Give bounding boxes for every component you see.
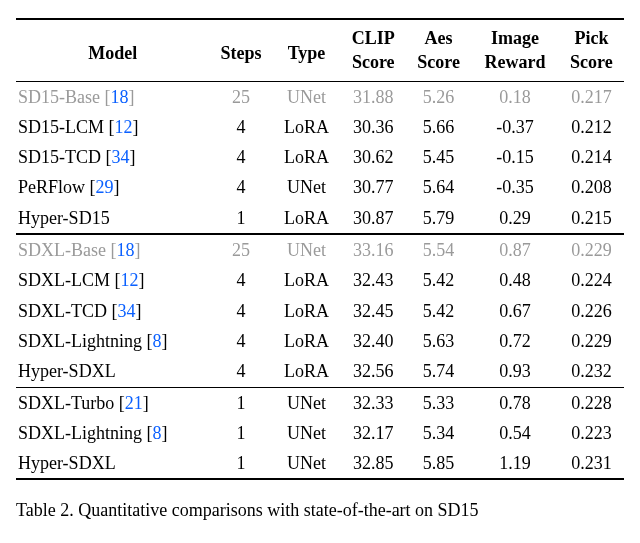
cell-aes: 5.45 [406, 142, 471, 172]
cell-ir: 0.18 [471, 81, 559, 112]
cell-type: LoRA [273, 142, 341, 172]
model-name: SD15-LCM [18, 117, 104, 137]
cell-clip: 30.36 [341, 112, 407, 142]
cell-ir: -0.35 [471, 172, 559, 202]
cell-type: LoRA [273, 203, 341, 234]
table-row: SDXL-Lightning [8] 4 LoRA 32.40 5.63 0.7… [16, 326, 624, 356]
cell-type: LoRA [273, 296, 341, 326]
col-aes-bot: Score [406, 50, 471, 81]
cell-type: UNet [273, 234, 341, 265]
table-row: SDXL-Turbo [21] 1 UNet 32.33 5.33 0.78 0… [16, 387, 624, 418]
cell-steps: 4 [209, 142, 272, 172]
col-model: Model [16, 19, 209, 81]
caption-text: Quantitative comparisons with state-of-t… [78, 500, 478, 520]
cell-clip: 33.16 [341, 234, 407, 265]
cell-steps: 4 [209, 326, 272, 356]
model-name: Hyper-SD15 [16, 203, 209, 234]
cell-pick: 0.212 [559, 112, 624, 142]
cell-aes: 5.42 [406, 265, 471, 295]
cell-clip: 30.77 [341, 172, 407, 202]
col-steps: Steps [209, 19, 272, 81]
model-name: Hyper-SDXL [16, 356, 209, 387]
cite-link[interactable]: 21 [125, 393, 143, 413]
cell-pick: 0.232 [559, 356, 624, 387]
cell-clip: 32.33 [341, 387, 407, 418]
model-name: SDXL-Lightning [18, 423, 142, 443]
cell-type: LoRA [273, 326, 341, 356]
cite-link[interactable]: 18 [117, 240, 135, 260]
model-name: SDXL-TCD [18, 301, 107, 321]
table-row: SD15-Base [18] 25 UNet 31.88 5.26 0.18 0… [16, 81, 624, 112]
cite-link[interactable]: 12 [115, 117, 133, 137]
cell-pick: 0.228 [559, 387, 624, 418]
cell-clip: 30.62 [341, 142, 407, 172]
table-row: Hyper-SD15 1 LoRA 30.87 5.79 0.29 0.215 [16, 203, 624, 234]
cell-steps: 4 [209, 172, 272, 202]
cell-pick: 0.217 [559, 81, 624, 112]
table-row: Hyper-SDXL 1 UNet 32.85 5.85 1.19 0.231 [16, 448, 624, 479]
cell-aes: 5.66 [406, 112, 471, 142]
table-row: SD15-LCM [12] 4 LoRA 30.36 5.66 -0.37 0.… [16, 112, 624, 142]
cell-pick: 0.215 [559, 203, 624, 234]
cell-steps: 25 [209, 81, 272, 112]
col-ir-bot: Reward [471, 50, 559, 81]
cell-steps: 1 [209, 203, 272, 234]
cell-type: UNet [273, 418, 341, 448]
table-row: PeRFlow [29] 4 UNet 30.77 5.64 -0.35 0.2… [16, 172, 624, 202]
cell-type: UNet [273, 172, 341, 202]
cell-ir: -0.15 [471, 142, 559, 172]
cell-pick: 0.231 [559, 448, 624, 479]
table-row: Hyper-SDXL 4 LoRA 32.56 5.74 0.93 0.232 [16, 356, 624, 387]
cell-type: LoRA [273, 265, 341, 295]
cell-ir: 0.78 [471, 387, 559, 418]
cite-link[interactable]: 12 [121, 270, 139, 290]
cell-ir: 0.48 [471, 265, 559, 295]
cell-aes: 5.33 [406, 387, 471, 418]
cell-ir: 0.67 [471, 296, 559, 326]
cell-aes: 5.26 [406, 81, 471, 112]
cite-link[interactable]: 18 [111, 87, 129, 107]
model-name: SDXL-Base [18, 240, 106, 260]
cell-clip: 32.43 [341, 265, 407, 295]
cell-pick: 0.223 [559, 418, 624, 448]
cell-aes: 5.85 [406, 448, 471, 479]
cell-type: LoRA [273, 356, 341, 387]
table-row: SDXL-Base [18] 25 UNet 33.16 5.54 0.87 0… [16, 234, 624, 265]
col-aes-top: Aes [406, 19, 471, 50]
cell-type: UNet [273, 81, 341, 112]
cell-type: UNet [273, 448, 341, 479]
cell-steps: 4 [209, 296, 272, 326]
table-row: SDXL-LCM [12] 4 LoRA 32.43 5.42 0.48 0.2… [16, 265, 624, 295]
col-pick-top: Pick [559, 19, 624, 50]
cell-steps: 1 [209, 387, 272, 418]
cell-aes: 5.79 [406, 203, 471, 234]
table-row: SD15-TCD [34] 4 LoRA 30.62 5.45 -0.15 0.… [16, 142, 624, 172]
cell-pick: 0.224 [559, 265, 624, 295]
model-name: PeRFlow [18, 177, 85, 197]
cite-link[interactable]: 29 [96, 177, 114, 197]
col-pick-bot: Score [559, 50, 624, 81]
cell-type: UNet [273, 387, 341, 418]
cell-clip: 32.17 [341, 418, 407, 448]
cite-link[interactable]: 34 [112, 147, 130, 167]
cite-link[interactable]: 8 [153, 423, 162, 443]
table-row: SDXL-TCD [34] 4 LoRA 32.45 5.42 0.67 0.2… [16, 296, 624, 326]
cell-pick: 0.229 [559, 234, 624, 265]
cell-steps: 4 [209, 112, 272, 142]
cell-ir: 0.93 [471, 356, 559, 387]
cell-aes: 5.63 [406, 326, 471, 356]
model-name: Hyper-SDXL [16, 448, 209, 479]
cell-aes: 5.42 [406, 296, 471, 326]
cell-steps: 4 [209, 265, 272, 295]
col-clip-top: CLIP [341, 19, 407, 50]
results-table: Model Steps Type CLIP Aes Image Pick Sco… [16, 18, 624, 480]
cell-steps: 1 [209, 448, 272, 479]
caption-lead: Table 2. [16, 500, 78, 520]
model-name: SD15-TCD [18, 147, 101, 167]
cell-clip: 32.45 [341, 296, 407, 326]
cell-aes: 5.34 [406, 418, 471, 448]
cell-clip: 32.40 [341, 326, 407, 356]
cell-clip: 32.85 [341, 448, 407, 479]
cite-link[interactable]: 8 [153, 331, 162, 351]
cite-link[interactable]: 34 [118, 301, 136, 321]
